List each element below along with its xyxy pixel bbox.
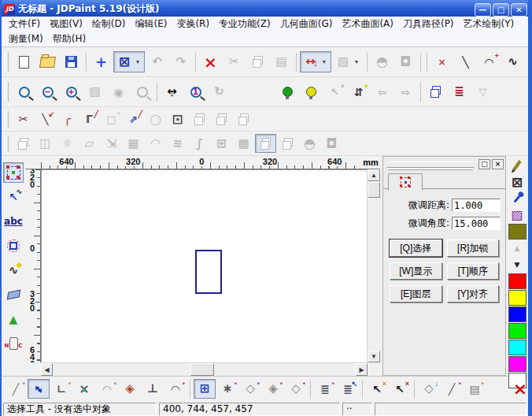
draw-line-button[interactable]: ╲ — [454, 51, 477, 72]
chamfer-button[interactable]: Γ╱ — [79, 110, 100, 128]
color-swatch-red[interactable] — [508, 273, 526, 289]
new-button[interactable] — [13, 51, 35, 72]
light-on-button[interactable] — [276, 81, 299, 102]
delete-button[interactable]: × — [199, 51, 222, 72]
horizontal-scroll-thumb[interactable] — [190, 363, 214, 376]
panel-maximize-button[interactable]: □ — [478, 159, 490, 169]
text-tool-button[interactable]: abc — [3, 211, 24, 232]
color-swatch-yellow[interactable] — [508, 290, 526, 306]
pattern-fill-button[interactable]: ▨ — [508, 207, 526, 223]
maximize-button[interactable]: □ — [493, 3, 509, 17]
lock-button[interactable]: [R]加锁 — [447, 240, 500, 257]
relief-tool-button[interactable]: ▲ — [3, 309, 24, 329]
drawn-rectangle[interactable] — [195, 250, 222, 294]
snap-perpendicular-button[interactable]: ⊥ — [142, 379, 164, 399]
offset-button[interactable]: ⇗╱ — [123, 110, 144, 128]
snap-cursor-button[interactable]: ↘↖ — [28, 379, 50, 399]
menu-pro-functions[interactable]: 专业功能(Z) — [214, 17, 275, 32]
zoom-actual-button[interactable]: 1 — [184, 81, 207, 102]
snap-diamond-c-button[interactable]: ◈• — [262, 379, 284, 399]
light-dim-button[interactable] — [300, 81, 323, 102]
color-picker-button[interactable] — [508, 191, 526, 206]
fillet-button[interactable]: ╭ — [57, 110, 78, 128]
drawing-canvas[interactable] — [41, 169, 367, 362]
transform-move-button[interactable]: ↔↕▾ — [300, 51, 331, 72]
snap-tangent-button[interactable]: ◠• — [164, 379, 187, 399]
toolbar-grip[interactable] — [5, 111, 9, 128]
color-swatch-green[interactable] — [508, 323, 526, 339]
save-button[interactable] — [60, 51, 83, 72]
color-swatch-blue[interactable] — [508, 306, 526, 322]
pick-settings-button[interactable]: ╱• — [441, 379, 463, 399]
menu-edit[interactable]: 编辑(E) — [130, 17, 172, 32]
layer-button[interactable]: [E]图层 — [390, 285, 442, 303]
panel-tab-select[interactable] — [388, 173, 423, 191]
menu-help[interactable]: 帮助(H) — [48, 32, 91, 46]
show-origin-button[interactable]: + — [90, 51, 113, 72]
color-swatch-magenta[interactable] — [508, 356, 526, 372]
select-tool-button[interactable] — [3, 162, 24, 183]
title-bar[interactable]: JD 无标题 - JDPaint 5.19(设计版) —□✕ — [2, 0, 528, 17]
align-button[interactable]: [Y]对齐 — [447, 285, 500, 303]
vertical-scrollbar[interactable]: ▲ ▼ — [367, 169, 380, 362]
zoom-out-button[interactable]: − — [36, 81, 59, 102]
nudge-distance-input[interactable] — [452, 199, 501, 212]
pan-button[interactable]: ↔↕ — [161, 81, 183, 102]
draw-arc-button[interactable]: ◠+ — [478, 51, 501, 72]
scroll-down-button[interactable]: ▼ — [368, 351, 380, 362]
select-mode-button[interactable]: [Q]选择 — [390, 240, 442, 257]
color-swatch-cyan[interactable] — [508, 340, 526, 355]
swap-light-button[interactable]: ⇵● — [347, 81, 370, 102]
layer-down-button[interactable]: ≣• — [314, 379, 336, 399]
draw-color-pencil-button[interactable] — [508, 158, 526, 173]
snap-quadrant-button[interactable]: ◈ — [119, 379, 141, 399]
order-button[interactable]: [T]顺序 — [447, 262, 500, 280]
menu-geometric-surface[interactable]: 几何曲面(G) — [275, 17, 338, 32]
open-button[interactable] — [36, 51, 59, 72]
menu-view[interactable]: 视图(V) — [45, 17, 87, 32]
menu-file[interactable]: 文件(F) — [4, 17, 45, 32]
scroll-up-button[interactable]: ▲ — [368, 169, 380, 181]
panel-close-button[interactable]: × — [492, 159, 504, 169]
close-button[interactable]: ✕ — [511, 3, 527, 17]
draw-spline-button[interactable]: ∿ — [501, 51, 524, 72]
delete-selection-button[interactable]: ↖× — [389, 379, 411, 399]
deselect-button[interactable]: ↖× — [366, 379, 388, 399]
minimize-button[interactable]: — — [475, 3, 491, 17]
menu-toolpath[interactable]: 刀具路径(P) — [398, 17, 459, 32]
layer-manager-button[interactable] — [424, 81, 447, 102]
color-scroll-down-button[interactable]: ▼ — [508, 257, 526, 273]
menu-art-surface[interactable]: 艺术曲面(A) — [337, 17, 398, 32]
trim-button[interactable]: ✂ — [13, 110, 34, 128]
menu-art-draw[interactable]: 艺术绘制(Y) — [459, 17, 519, 32]
vertical-scroll-thumb[interactable] — [368, 182, 380, 198]
delete-node-button[interactable]: × — [430, 51, 453, 72]
panel-gripper[interactable] — [387, 162, 474, 168]
menu-measure[interactable]: 测量(M) — [4, 32, 48, 46]
point-list-button[interactable]: ▤• — [464, 379, 486, 399]
toolbar-grip[interactable] — [5, 52, 9, 72]
no-fill-button[interactable]: ⊠ — [508, 174, 526, 190]
undefined[interactable] — [486, 379, 508, 399]
toolbar-grip[interactable] — [5, 136, 9, 152]
snap-intersection-button[interactable]: ×• — [73, 379, 95, 399]
object-list-button[interactable]: ≣ — [448, 81, 471, 102]
cancel-command-button[interactable]: × — [509, 379, 531, 399]
horizontal-scrollbar[interactable]: ◀ ▶ — [41, 362, 368, 376]
break-button[interactable]: ╲↙ — [35, 110, 56, 128]
menu-draw[interactable]: 绘制(D) — [87, 17, 131, 32]
wireframe-display-button[interactable]: ⊠▾ — [113, 51, 145, 72]
snap-corner-button[interactable]: ∟• — [50, 379, 72, 399]
scroll-right-button[interactable]: ▶ — [356, 363, 368, 376]
zoom-window-button[interactable] — [13, 81, 35, 102]
snap-arc-button[interactable]: ◠• — [96, 379, 118, 399]
snap-diamond-q-button[interactable]: ◇• — [285, 379, 307, 399]
zoom-in-button[interactable]: + — [60, 81, 83, 102]
layer-up-button[interactable]: ≣↖ — [337, 379, 359, 399]
snap-point-button[interactable]: ∗• — [216, 379, 238, 399]
scroll-left-button[interactable]: ◀ — [41, 363, 53, 376]
grid-snap-button[interactable]: ⊞ — [194, 379, 216, 399]
menu-transform[interactable]: 变换(R) — [172, 17, 214, 32]
shape-tool-button[interactable] — [3, 236, 24, 256]
contour-button[interactable]: ⊡ — [167, 110, 188, 128]
